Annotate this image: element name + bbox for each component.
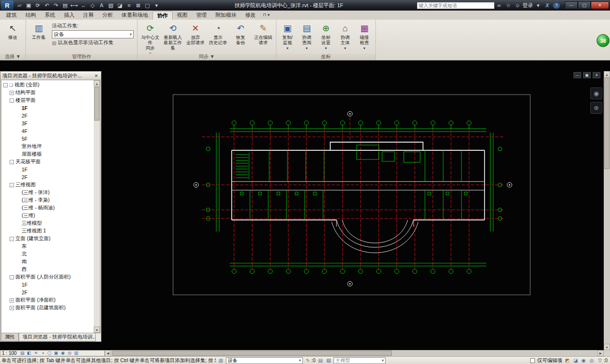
tree-item[interactable]: (三维 - 张洋) [1,189,94,196]
exchange-apps-icon[interactable]: X [544,1,551,9]
help-icon[interactable]: ? [553,2,560,9]
tree-item[interactable]: +结构平面 [1,89,94,97]
minimize-button[interactable]: — [565,1,578,9]
scroll-right-icon[interactable]: ▶ [598,350,604,356]
visual-style-icon[interactable]: ◧ [26,351,33,356]
ribbon-tab-管理[interactable]: 管理 [192,11,211,20]
subscription-icon[interactable]: ☆ [505,1,512,9]
browser-scroll-track[interactable] [94,121,100,327]
scroll-left-icon[interactable]: ◀ [105,350,111,356]
text-note-button[interactable]: A [98,1,106,10]
customize-qat-button[interactable]: ▾ [152,1,161,10]
tree-item[interactable]: 1F [1,281,94,289]
print-button[interactable]: ▤ [61,1,69,10]
open-file-button[interactable]: ▱ [15,1,24,10]
tab-project-browser[interactable]: 项目浏览器 - 技师学院机电培训... [19,333,96,341]
view-minimize-button[interactable]: — [573,72,581,78]
active-workset-select[interactable]: 设备 ▾ [52,30,134,38]
ribbon-tab-分析[interactable]: 分析 [98,11,117,20]
sync-with-central-button[interactable]: ⟳与中心文件 同步▼ [139,21,162,53]
design-option-select[interactable]: 主模型 ▾ [334,357,386,364]
view-close-button[interactable]: ✕ [593,72,600,78]
scroll-down-icon[interactable]: ▼ [604,344,610,350]
tree-item[interactable]: +面积平面 (总建筑面积) [1,304,94,312]
tab-properties[interactable]: 属性 [1,333,19,341]
default-3d-view-button[interactable]: ▧ [107,1,115,10]
tree-expander-icon[interactable]: - [10,237,14,241]
ribbon-tab-插入[interactable]: 插入 [60,11,79,20]
vertical-scrollbar[interactable]: ▲ ▼ [604,71,610,350]
tree-expander-icon[interactable]: - [10,275,14,279]
workset-chevron-down-icon[interactable]: ▾ [298,358,302,363]
ribbon-tab-系统[interactable]: 系统 [40,11,60,20]
crop-view-icon[interactable]: ▢ [46,351,53,356]
relinquish-all-button[interactable]: ✕放弃 全部请求 [184,21,207,53]
ribbon-tab-修改[interactable]: 修改 [241,11,260,20]
project-browser-titlebar[interactable]: 项目浏览器 - 技师学院机电培训中... ✕ [0,72,101,80]
worksharing-display-icon[interactable]: ▥ [73,351,80,356]
gray-inactive-worksets-toggle[interactable]: ▧ 以灰色显示非活动工作集 [52,39,134,46]
browser-scrollbar[interactable]: ▲ ▼ [94,80,100,333]
close-hidden-windows-button[interactable]: ⊠ [134,1,142,10]
workset-status-select[interactable]: 设备 ▾ [226,357,303,364]
tree-item[interactable]: 三维模型 [1,219,94,227]
steering-wheel-button[interactable]: ◉ [590,87,602,99]
shadows-icon[interactable]: ◑ [39,351,46,356]
chevron-down-icon[interactable]: ▾ [128,32,133,36]
view-scale-button[interactable]: 1 : 100 [2,351,17,356]
vertical-scroll-track[interactable] [604,170,610,344]
tree-item[interactable]: 东 [1,243,94,250]
section-button[interactable]: ◪ [116,1,124,10]
tree-item[interactable]: -楼层平面 [1,97,94,104]
view-restore-button[interactable]: ▣ [583,72,591,78]
vertical-scroll-thumb[interactable] [604,78,610,169]
select-pinned-icon[interactable]: ◉ [581,358,587,363]
press-drag-icon[interactable]: ◪ [573,358,579,363]
show-crop-region-icon[interactable]: ▣ [53,351,60,356]
tree-item[interactable]: 室外地坪 [1,143,94,150]
search-input[interactable] [417,2,495,9]
editable-only-display-icon[interactable]: ▧ [325,358,332,363]
tree-item[interactable]: (三维) [1,212,94,219]
tree-item[interactable]: 北 [1,250,94,258]
browser-scroll-up-icon[interactable]: ▲ [94,80,100,86]
tree-item[interactable]: 3F [1,120,94,127]
tree-expander-icon[interactable]: - [3,83,8,87]
interference-check-button[interactable]: ▦碰撞 检查▼ [355,21,374,53]
copy-monitor-button[interactable]: ▣复制/ 监视▼ [278,21,297,53]
zoom-button[interactable]: ⊕ [590,102,602,114]
restore-backup-button[interactable]: ↶恢复 备份 [229,21,252,53]
tree-expander-icon[interactable]: - [10,98,14,103]
tree-item[interactable]: -面积平面 (人防分区面积) [1,273,94,281]
browser-scroll-down-icon[interactable]: ▼ [94,327,100,333]
ribbon-display-toggle-icon[interactable]: ⊓ ▾ [263,11,270,20]
ribbon-tab-附加模块[interactable]: 附加模块 [211,11,241,20]
search-icon[interactable]: ∞ [496,1,503,9]
tree-item[interactable]: -❏视图 (全部) [1,81,94,89]
coordination-host-button[interactable]: ⌂协调 主体▼ [336,21,355,53]
tree-item[interactable]: 南 [1,258,94,266]
aligned-dimension-button[interactable]: ↔ [79,1,87,10]
sign-in-menu-arrow-icon[interactable]: ▾ [535,1,542,9]
user-icon[interactable]: ☺ [514,1,521,9]
sun-path-icon[interactable]: ☀ [33,351,39,356]
coordination-review-button[interactable]: ▤协调 查阅▼ [297,21,316,53]
switch-windows-button[interactable]: ▢ [143,1,151,10]
worksets-status-icon[interactable]: ▥ [218,358,224,363]
exclude-options-icon[interactable]: ◩ [564,358,571,363]
reveal-hidden-elements-icon[interactable]: ◎ [66,351,73,356]
worksharing-display-status-icon[interactable]: ▤ [317,358,324,363]
app-menu-button[interactable]: R [1,0,13,10]
tree-item[interactable]: -三维视图 [1,181,94,189]
tree-expander-icon[interactable]: - [10,160,14,164]
tree-item[interactable]: 2F [1,289,94,296]
select-underlay-icon[interactable]: ◎ [589,358,595,363]
measure-button[interactable]: ⟷ [70,1,78,10]
coordinates-button[interactable]: ⊕坐标 设置▼ [316,21,336,53]
ribbon-tab-建筑[interactable]: 建筑 [2,11,21,20]
browser-scroll-thumb[interactable] [94,87,100,121]
tree-item[interactable]: -天花板平面 [1,158,94,166]
tree-item[interactable]: 2F [1,112,94,120]
ribbon-tab-结构[interactable]: 结构 [21,11,40,20]
communication-badge[interactable]: 38 [597,34,610,47]
